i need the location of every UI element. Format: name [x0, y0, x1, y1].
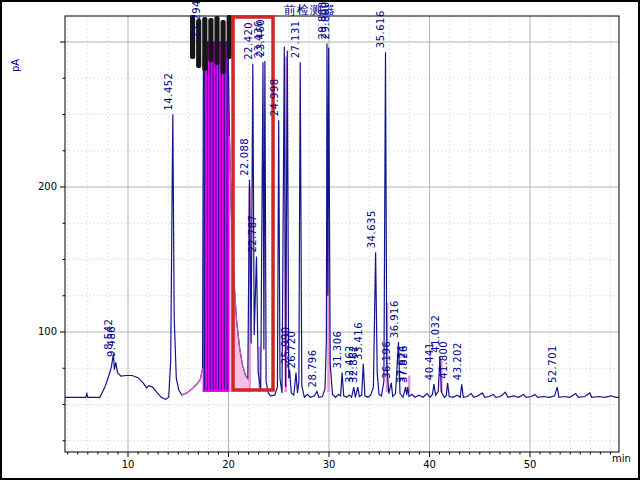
- peak-retention-time-label: 22.088: [239, 138, 250, 176]
- trace-pink-rise-segment: [182, 368, 203, 395]
- illegible-overlapping-peak-labels: [221, 20, 226, 74]
- peak-retention-time-label: 36.196: [381, 341, 392, 379]
- peak-retention-time-label: 37.826: [398, 345, 409, 383]
- peak-retention-time-label: 9.486: [106, 326, 117, 357]
- peak-retention-time-label: 43.202: [452, 342, 463, 380]
- x-tick-label: 50: [524, 459, 537, 470]
- peak-retention-time-label: 34.635: [366, 210, 377, 248]
- peak-retention-time-label: 27.131: [290, 20, 301, 58]
- peak-retention-time-label: 52.701: [547, 345, 558, 383]
- peak-retention-time-label: 33.416: [353, 322, 364, 360]
- peak-retention-time-label: 22.787: [247, 215, 258, 253]
- illegible-overlapping-peak-labels: [208, 18, 213, 62]
- peak-retention-time-label: 35.616: [375, 10, 386, 48]
- x-tick-label: 10: [122, 459, 135, 470]
- illegible-overlapping-peak-labels: [227, 15, 232, 59]
- peak-retention-time-label: 41.800: [438, 341, 449, 379]
- illegible-overlapping-peak-labels: [214, 16, 219, 65]
- peak-retention-time-label: 17.294: [191, 2, 202, 38]
- illegible-overlapping-peak-labels: [202, 17, 207, 71]
- peak-retention-time-label-overlap: 29.800: [320, 2, 331, 39]
- x-tick-label: 20: [222, 459, 235, 470]
- chromatogram-window: 前检测器 pA min 10203040501002008.5429.48614…: [0, 0, 640, 480]
- x-tick-label: 30: [323, 459, 336, 470]
- x-tick-label: 40: [423, 459, 436, 470]
- peak-retention-time-label: 24.998: [269, 78, 280, 116]
- y-tick-label: 100: [38, 326, 57, 337]
- chromatogram-plot[interactable]: 10203040501002008.5429.48614.45217.29422…: [2, 2, 638, 478]
- peak-retention-time-label: 28.796: [307, 349, 318, 387]
- peak-retention-time-label: 31.306: [332, 331, 343, 369]
- peak-retention-time-label: 36.916: [389, 300, 400, 338]
- peak-retention-time-label: 26.720: [286, 331, 297, 369]
- y-tick-label: 200: [38, 181, 57, 192]
- peak-retention-time-label: 23.460: [255, 19, 266, 57]
- peak-retention-time-label: 14.452: [163, 73, 174, 111]
